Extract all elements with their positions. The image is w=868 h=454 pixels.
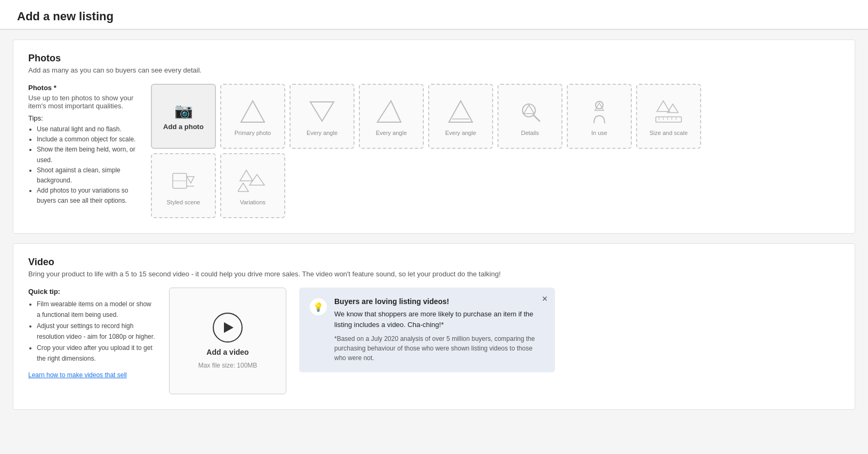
promo-footnote: *Based on a July 2020 analysis of over 5… xyxy=(334,334,544,363)
photo-slot-angle2[interactable]: Every angle xyxy=(359,84,424,149)
photos-description: Use up to ten photos to show your item's… xyxy=(28,94,140,110)
photo-slot-angle1[interactable]: Every angle xyxy=(290,84,355,149)
svg-marker-22 xyxy=(240,170,253,181)
video-tip-item: Adjust your settings to record high reso… xyxy=(37,321,156,343)
play-circle-icon xyxy=(213,313,243,343)
scale-label: Size and scale xyxy=(649,130,688,136)
photos-grid: 📷 Add a photo Primary photo Every angle xyxy=(151,84,701,218)
angle3-icon xyxy=(446,97,476,126)
photo-slot-primary[interactable]: Primary photo xyxy=(220,84,285,149)
page-title: Add a new listing xyxy=(0,0,868,30)
variations-icon xyxy=(238,166,268,196)
tip-item: Use natural light and no flash. xyxy=(37,124,140,134)
photo-slot-styled[interactable]: Styled scene xyxy=(151,153,216,218)
photo-slot-variations[interactable]: Variations xyxy=(220,153,285,218)
svg-marker-20 xyxy=(187,177,194,183)
video-section: Video Bring your product to life with a … xyxy=(13,243,855,410)
angle2-label: Every angle xyxy=(376,130,407,136)
photos-tips-list: Use natural light and no flash. Include … xyxy=(28,124,140,206)
primary-photo-label: Primary photo xyxy=(235,130,271,136)
video-tip-item: Film wearable items on a model or show a… xyxy=(37,299,156,321)
promo-close-button[interactable]: × xyxy=(542,294,548,304)
photos-section-subtitle: Add as many as you can so buyers can see… xyxy=(28,66,840,74)
promo-lightbulb-icon: 💡 xyxy=(310,298,327,315)
photo-slot-angle3[interactable]: Every angle xyxy=(428,84,493,149)
variations-label: Variations xyxy=(240,199,266,205)
tip-item: Include a common object for scale. xyxy=(37,134,140,145)
video-section-subtitle: Bring your product to life with a 5 to 1… xyxy=(28,270,840,278)
angle3-label: Every angle xyxy=(445,130,476,136)
video-section-title: Video xyxy=(28,257,840,268)
photos-row-1: 📷 Add a photo Primary photo Every angle xyxy=(151,84,701,149)
photos-tips: Photos * Use up to ten photos to show yo… xyxy=(28,84,140,206)
angle1-label: Every angle xyxy=(307,130,337,136)
video-learn-link[interactable]: Learn how to make videos that sell xyxy=(28,371,127,379)
promo-content: Buyers are loving listing videos! We kno… xyxy=(334,297,544,363)
quick-tip-label: Quick tip: xyxy=(28,288,156,296)
photo-slot-details[interactable]: Details xyxy=(497,84,562,149)
svg-marker-1 xyxy=(310,102,334,121)
tip-item: Show the item being held, worn, or used. xyxy=(37,145,140,165)
photo-slot-inuse[interactable]: In use xyxy=(567,84,632,149)
svg-rect-12 xyxy=(656,117,681,122)
video-tips-list: Film wearable items on a model or show a… xyxy=(28,299,156,364)
video-promo-card: 💡 Buyers are loving listing videos! We k… xyxy=(299,288,555,372)
photos-section-title: Photos xyxy=(28,53,840,64)
camera-icon: 📷 xyxy=(174,102,193,120)
svg-marker-2 xyxy=(377,101,403,122)
video-upload-label: Add a video xyxy=(206,348,248,356)
inuse-label: In use xyxy=(591,130,607,136)
svg-line-6 xyxy=(534,115,540,121)
photos-row-2: Styled scene Variations xyxy=(151,153,701,218)
scale-icon xyxy=(654,97,684,126)
lightbulb-icon: 💡 xyxy=(313,302,324,312)
angle2-icon xyxy=(376,97,406,126)
styled-label: Styled scene xyxy=(167,199,200,205)
tips-label: Tips: xyxy=(28,114,140,122)
promo-title: Buyers are loving listing videos! xyxy=(334,297,544,306)
svg-marker-7 xyxy=(524,105,534,114)
details-icon xyxy=(515,97,545,126)
primary-photo-icon xyxy=(238,97,268,126)
promo-body: We know that shoppers are more likely to… xyxy=(334,309,544,330)
photos-section: Photos Add as many as you can so buyers … xyxy=(13,39,855,234)
video-tips: Quick tip: Film wearable items on a mode… xyxy=(28,288,156,379)
photo-slot-scale[interactable]: Size and scale xyxy=(636,84,701,149)
add-photo-button[interactable]: 📷 Add a photo xyxy=(151,84,216,149)
svg-marker-10 xyxy=(657,101,670,111)
svg-marker-24 xyxy=(238,183,248,192)
inuse-icon xyxy=(584,97,614,126)
details-label: Details xyxy=(521,130,539,136)
add-photo-label: Add a photo xyxy=(163,123,204,131)
play-triangle-icon xyxy=(224,322,234,333)
tip-item: Add photos to your variations so buyers … xyxy=(37,186,140,206)
video-upload-button[interactable]: Add a video Max file size: 100MB xyxy=(169,288,286,394)
styled-icon xyxy=(168,166,198,196)
angle1-icon xyxy=(307,97,337,126)
tip-item: Shoot against a clean, simple background… xyxy=(37,165,140,186)
svg-marker-0 xyxy=(241,101,264,122)
photos-label: Photos * xyxy=(28,84,140,92)
video-upload-size: Max file size: 100MB xyxy=(198,362,258,369)
video-tip-item: Crop your video after you upload it to g… xyxy=(37,343,156,364)
video-layout: Quick tip: Film wearable items on a mode… xyxy=(28,288,840,394)
